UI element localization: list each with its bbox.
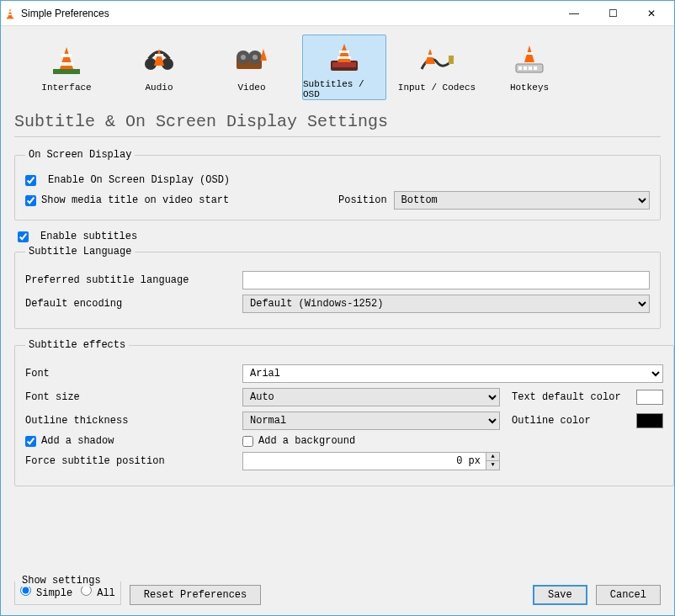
outline-thickness-select[interactable]: Normal — [242, 412, 500, 430]
subtitle-effects-group: Subtitle effects Font Arial Font size Au… — [14, 339, 674, 486]
svg-rect-22 — [338, 56, 351, 59]
position-select[interactable]: Bottom — [394, 191, 650, 210]
input-codecs-icon — [418, 42, 455, 79]
fontsize-label: Font size — [25, 391, 242, 403]
tab-interface[interactable]: Interface — [24, 35, 109, 100]
svg-rect-2 — [8, 13, 13, 14]
svg-rect-19 — [332, 62, 356, 67]
osd-legend: On Screen Display — [25, 149, 135, 161]
show-title-label: Show media title on video start — [41, 194, 229, 206]
radio-simple-wrap[interactable]: Simple — [20, 585, 72, 599]
cancel-button[interactable]: Cancel — [596, 585, 661, 605]
force-pos-label: Force subtitle position — [25, 455, 242, 467]
position-label: Position — [338, 194, 387, 206]
category-tabs: Interface Audio Video Subtitles / OSD In… — [14, 35, 661, 100]
effects-legend: Subtitle effects — [25, 339, 129, 351]
video-icon — [233, 42, 270, 79]
svg-rect-23 — [449, 56, 454, 64]
tab-label: Hotkeys — [510, 82, 549, 93]
tab-video[interactable]: Video — [210, 35, 294, 100]
svg-rect-30 — [534, 66, 537, 70]
svg-rect-6 — [61, 54, 72, 57]
tab-audio[interactable]: Audio — [117, 35, 201, 100]
svg-rect-3 — [7, 17, 13, 18]
add-background-checkbox[interactable] — [242, 436, 253, 447]
svg-rect-7 — [60, 62, 73, 66]
enable-subtitles-label: Enable subtitles — [40, 231, 137, 242]
svg-rect-4 — [53, 69, 80, 74]
svg-rect-11 — [155, 54, 163, 56]
fontsize-select[interactable]: Auto — [242, 388, 500, 406]
outline-color-swatch[interactable] — [636, 413, 663, 428]
font-label: Font — [25, 368, 242, 380]
maximize-button[interactable]: ☐ — [593, 1, 632, 26]
enable-osd-checkbox[interactable] — [25, 175, 36, 186]
tab-label: Video — [237, 82, 265, 93]
reset-preferences-button[interactable]: Reset Preferences — [130, 585, 261, 605]
svg-rect-1 — [8, 11, 12, 12]
tab-label: Audio — [145, 82, 173, 93]
svg-rect-27 — [518, 66, 522, 70]
tab-hotkeys[interactable]: Hotkeys — [487, 35, 571, 100]
force-pos-spinner[interactable]: ▲▼ — [486, 452, 500, 470]
force-pos-input[interactable] — [242, 452, 486, 470]
text-color-label: Text default color — [512, 391, 630, 403]
outline-color-label: Outline color — [512, 415, 630, 427]
enable-subtitles-checkbox[interactable] — [18, 231, 29, 242]
enable-osd-label: Enable On Screen Display (OSD) — [48, 174, 230, 186]
svg-point-16 — [252, 55, 258, 60]
svg-rect-28 — [524, 66, 527, 70]
titlebar: Simple Preferences — ☐ ✕ — [1, 1, 674, 26]
text-color-swatch[interactable] — [636, 390, 663, 405]
interface-icon — [50, 42, 83, 79]
encoding-label: Default encoding — [25, 298, 242, 310]
save-button[interactable]: Save — [533, 585, 587, 605]
svg-rect-25 — [427, 55, 433, 57]
show-title-checkbox[interactable] — [25, 195, 36, 206]
add-background-label: Add a background — [258, 435, 355, 447]
show-settings-label: Show settings — [19, 575, 104, 587]
subtitles-icon — [326, 42, 363, 76]
svg-marker-0 — [8, 8, 13, 17]
window-title: Simple Preferences — [21, 8, 555, 19]
svg-rect-29 — [529, 66, 532, 70]
show-settings-group: Show settings Simple All — [14, 581, 121, 605]
svg-rect-21 — [339, 50, 349, 53]
preferred-lang-label: Preferred subtitle language — [25, 274, 242, 286]
subtitle-language-group: Subtitle Language Preferred subtitle lan… — [14, 246, 661, 329]
tab-label: Subtitles / OSD — [303, 79, 385, 99]
audio-icon — [142, 42, 176, 79]
add-shadow-checkbox[interactable] — [25, 436, 36, 447]
svg-marker-5 — [60, 47, 73, 69]
footer: Show settings Simple All Reset Preferenc… — [1, 575, 674, 615]
hotkeys-icon — [511, 42, 548, 79]
osd-group: On Screen Display Enable On Screen Displ… — [14, 149, 661, 220]
outline-thickness-label: Outline thickness — [25, 415, 242, 427]
page-title: Subtitle & On Screen Display Settings — [14, 109, 661, 137]
tab-subtitles[interactable]: Subtitles / OSD — [302, 35, 386, 100]
tab-label: Interface — [41, 82, 91, 93]
encoding-select[interactable]: Default (Windows-1252) — [242, 295, 650, 313]
font-select[interactable]: Arial — [242, 364, 663, 383]
preferred-lang-input[interactable] — [242, 271, 650, 289]
lang-legend: Subtitle Language — [25, 246, 135, 258]
close-button[interactable]: ✕ — [632, 1, 671, 26]
svg-point-15 — [241, 55, 246, 60]
minimize-button[interactable]: — — [555, 1, 593, 26]
tab-label: Input / Codecs — [398, 82, 476, 93]
vlc-cone-icon — [4, 8, 16, 19]
tab-input-codecs[interactable]: Input / Codecs — [395, 35, 479, 100]
add-shadow-label: Add a shadow — [41, 435, 114, 447]
radio-all-wrap[interactable]: All — [81, 585, 115, 599]
svg-rect-32 — [526, 52, 533, 55]
